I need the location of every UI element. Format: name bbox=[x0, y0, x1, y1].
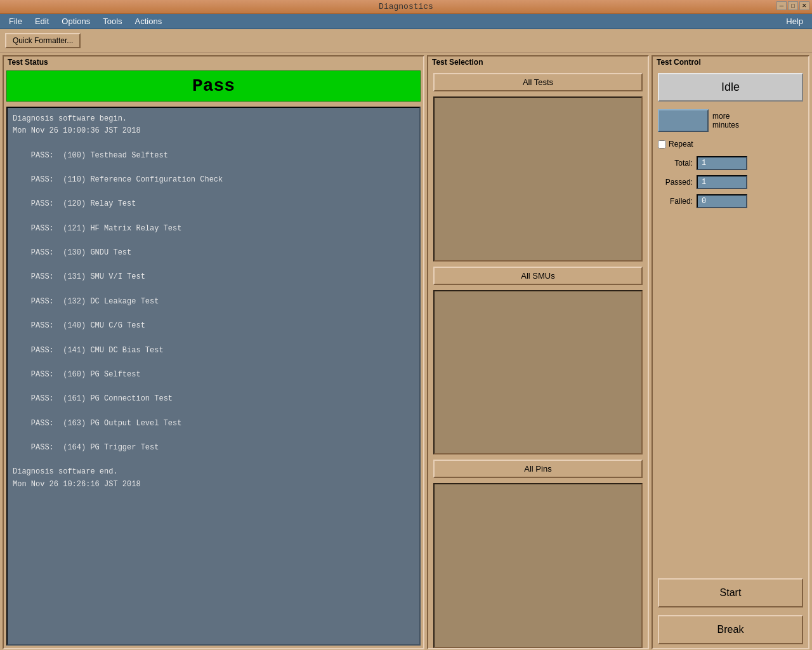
menu-actions[interactable]: Actions bbox=[129, 15, 169, 27]
maximize-button[interactable]: □ bbox=[788, 1, 798, 10]
pass-banner: Pass bbox=[6, 70, 421, 102]
title-text: Diagnostics bbox=[379, 2, 433, 11]
all-pins-button[interactable]: All Pins bbox=[433, 460, 643, 478]
menu-options[interactable]: Options bbox=[55, 15, 96, 27]
passed-value: 1 bbox=[697, 175, 747, 189]
title-bar-controls: ─ □ ✕ bbox=[776, 1, 809, 10]
menu-left: File Edit Options Tools Actions bbox=[3, 15, 168, 27]
failed-value: 0 bbox=[697, 194, 747, 208]
close-button[interactable]: ✕ bbox=[799, 1, 809, 10]
main-content: Test Status Pass Diagnosis software begi… bbox=[0, 53, 812, 650]
start-button[interactable]: Start bbox=[658, 578, 803, 607]
test-status-title: Test Status bbox=[4, 56, 423, 68]
passed-row: Passed: 1 bbox=[658, 175, 803, 189]
total-value: 1 bbox=[697, 156, 747, 170]
passed-label: Passed: bbox=[658, 178, 693, 187]
all-tests-list bbox=[433, 96, 643, 262]
menu-edit[interactable]: Edit bbox=[29, 15, 55, 27]
test-selection-panel: Test Selection All Tests All SMUs All Pi… bbox=[427, 55, 649, 649]
test-control-panel: Test Control Idle moreminutes Repeat Tot… bbox=[652, 55, 809, 649]
more-minutes-button[interactable] bbox=[658, 109, 709, 132]
repeat-area: Repeat bbox=[658, 140, 803, 149]
all-tests-button[interactable]: All Tests bbox=[433, 73, 643, 91]
failed-label: Failed: bbox=[658, 197, 693, 206]
more-minutes-label: moreminutes bbox=[712, 112, 739, 129]
total-row: Total: 1 bbox=[658, 156, 803, 170]
all-smus-button[interactable]: All SMUs bbox=[433, 267, 643, 285]
title-bar: Diagnostics ─ □ ✕ bbox=[0, 0, 812, 14]
failed-row: Failed: 0 bbox=[658, 194, 803, 208]
menu-file[interactable]: File bbox=[3, 15, 29, 27]
more-minutes-area: moreminutes bbox=[658, 109, 803, 132]
repeat-checkbox[interactable] bbox=[658, 140, 666, 149]
test-selection-title: Test Selection bbox=[428, 56, 648, 68]
log-area[interactable]: Diagnosis software begin. Mon Nov 26 10:… bbox=[6, 107, 421, 646]
test-status-panel: Test Status Pass Diagnosis software begi… bbox=[3, 55, 424, 649]
menu-help[interactable]: Help bbox=[780, 15, 809, 27]
repeat-label: Repeat bbox=[669, 140, 693, 149]
all-pins-list bbox=[433, 483, 643, 648]
quick-formatter-button[interactable]: Quick Formatter... bbox=[5, 33, 81, 48]
menu-tools[interactable]: Tools bbox=[96, 15, 128, 27]
total-label: Total: bbox=[658, 159, 693, 168]
menu-bar: File Edit Options Tools Actions Help bbox=[0, 14, 812, 29]
all-smus-list bbox=[433, 290, 643, 455]
break-button[interactable]: Break bbox=[658, 615, 803, 644]
toolbar: Quick Formatter... bbox=[0, 29, 812, 53]
minimize-button[interactable]: ─ bbox=[776, 1, 787, 10]
status-display: Idle bbox=[658, 73, 803, 102]
test-control-title: Test Control bbox=[653, 56, 808, 68]
